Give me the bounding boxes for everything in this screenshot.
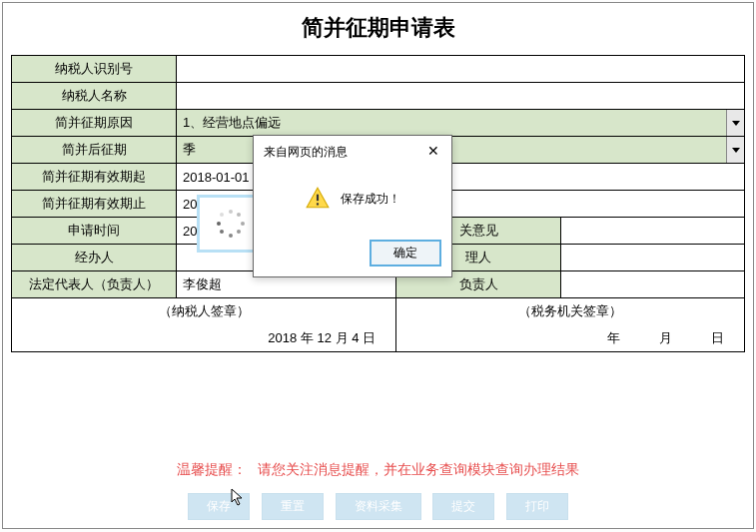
message-dialog: 来自网页的消息 ✕ 保存成功！ 确定 bbox=[253, 135, 452, 277]
handler-label: 经办人 bbox=[12, 245, 177, 271]
valid-to-label: 简并征期有效期止 bbox=[12, 191, 177, 218]
reset-button[interactable]: 重置 bbox=[262, 493, 324, 520]
dialog-header: 来自网页的消息 ✕ bbox=[254, 136, 451, 168]
taxpayer-id-label: 纳税人识别号 bbox=[12, 56, 177, 83]
save-button[interactable]: 保存 bbox=[188, 493, 250, 520]
warning-icon bbox=[305, 186, 331, 212]
bottom-area: 温馨提醒： 请您关注消息提醒，并在业务查询模块查询办理结果 保存 重置 资料采集… bbox=[3, 461, 753, 520]
svg-rect-1 bbox=[317, 203, 319, 205]
tax-office-sig-label: （税务机关签章） bbox=[396, 298, 745, 325]
dialog-body: 保存成功！ bbox=[254, 168, 451, 234]
legal-rep-label: 法定代表人（负责人） bbox=[12, 271, 177, 298]
taxpayer-name-value[interactable] bbox=[177, 83, 745, 110]
date-blank: 年 月 日 bbox=[396, 325, 745, 352]
reason-dropdown[interactable]: 1、经营地点偏远 bbox=[177, 110, 745, 137]
reason-label: 简并征期原因 bbox=[12, 110, 177, 137]
page-title: 简并征期申请表 bbox=[3, 3, 753, 55]
form-container: 简并征期申请表 纳税人识别号 纳税人名称 简并征期原因 1、经营地点偏远 简并后… bbox=[2, 2, 754, 529]
handler-right-value[interactable] bbox=[561, 245, 745, 271]
after-period-label: 简并后征期 bbox=[12, 137, 177, 164]
dialog-footer: 确定 bbox=[254, 234, 451, 276]
tax-opinion-value[interactable] bbox=[561, 218, 745, 245]
dialog-title: 来自网页的消息 bbox=[264, 144, 348, 161]
button-bar: 保存 重置 资料采集 提交 打印 bbox=[3, 493, 753, 520]
chevron-down-icon[interactable] bbox=[726, 110, 744, 136]
ok-button[interactable]: 确定 bbox=[370, 240, 441, 266]
taxpayer-name-label: 纳税人名称 bbox=[12, 83, 177, 110]
spinner-icon bbox=[217, 210, 245, 238]
responsible-value[interactable] bbox=[561, 271, 745, 298]
after-period-value: 季 bbox=[183, 142, 196, 157]
reason-value: 1、经营地点偏远 bbox=[183, 115, 281, 130]
taxpayer-sig-label: （纳税人签章） bbox=[12, 298, 396, 325]
submit-button[interactable]: 提交 bbox=[432, 493, 494, 520]
collect-button[interactable]: 资料采集 bbox=[336, 493, 421, 520]
close-icon[interactable]: ✕ bbox=[423, 142, 443, 162]
valid-from-label: 简并征期有效期起 bbox=[12, 164, 177, 191]
chevron-down-icon[interactable] bbox=[726, 137, 744, 163]
apply-time-label: 申请时间 bbox=[12, 218, 177, 245]
print-button[interactable]: 打印 bbox=[506, 493, 568, 520]
date-full: 2018 年 12 月 4 日 bbox=[12, 325, 396, 352]
reminder-text: 请您关注消息提醒，并在业务查询模块查询办理结果 bbox=[258, 461, 579, 477]
dialog-message: 保存成功！ bbox=[341, 191, 400, 208]
taxpayer-id-value[interactable] bbox=[177, 56, 745, 83]
reminder: 温馨提醒： 请您关注消息提醒，并在业务查询模块查询办理结果 bbox=[3, 461, 753, 479]
reminder-label: 温馨提醒： bbox=[177, 461, 247, 477]
svg-rect-0 bbox=[317, 195, 319, 202]
